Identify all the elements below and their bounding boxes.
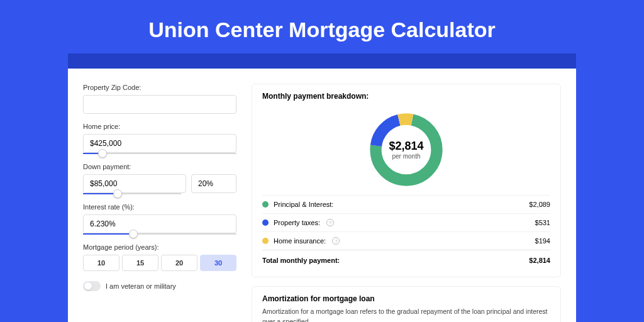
home-price-slider[interactable] — [83, 153, 236, 154]
amortization-section: Amortization for mortgage loan Amortizat… — [252, 286, 561, 322]
zip-block: Property Zip Code: — [83, 84, 236, 114]
donut-sub: per month — [392, 153, 420, 160]
amortization-text: Amortization for a mortgage loan refers … — [262, 307, 550, 322]
zip-input[interactable] — [83, 95, 236, 114]
slider-thumb[interactable] — [98, 149, 107, 158]
total-label: Total monthly payment: — [262, 257, 340, 264]
home-price-input[interactable] — [83, 134, 236, 153]
legend-value: $194 — [535, 237, 550, 245]
breakdown-title: Monthly payment breakdown: — [262, 92, 550, 101]
donut-wrap: $2,814 per month — [262, 104, 550, 195]
page-title: Union Center Mortgage Calculator — [0, 0, 644, 53]
info-icon[interactable]: ? — [326, 219, 334, 226]
down-payment-input[interactable] — [83, 174, 186, 193]
legend-label: Property taxes: — [274, 219, 320, 226]
legend-total: Total monthly payment: $2,814 — [262, 250, 550, 269]
form-panel: Property Zip Code: Home price: Down paym… — [83, 84, 236, 322]
interest-label: Interest rate (%): — [83, 203, 236, 211]
total-value: $2,814 — [529, 257, 550, 264]
period-label: Mortgage period (years): — [83, 243, 236, 251]
period-30[interactable]: 30 — [200, 255, 236, 271]
donut-chart: $2,814 per month — [366, 109, 447, 190]
veteran-row: I am veteran or military — [83, 281, 236, 291]
dot-icon — [262, 201, 269, 208]
donut-center: $2,814 per month — [366, 109, 447, 190]
interest-block: Interest rate (%): — [83, 203, 236, 235]
dot-icon — [262, 238, 269, 244]
down-payment-pct-input[interactable] — [191, 174, 236, 193]
legend-principal: Principal & Interest: $2,089 — [262, 195, 550, 213]
header-darkbar — [68, 53, 576, 69]
period-row: 10 15 20 30 — [83, 255, 236, 271]
legend-value: $531 — [535, 219, 550, 226]
right-panel: Monthly payment breakdown: $2,814 per mo… — [252, 84, 561, 322]
home-price-block: Home price: — [83, 123, 236, 154]
breakdown-section: Monthly payment breakdown: $2,814 per mo… — [252, 84, 561, 277]
period-15[interactable]: 15 — [122, 255, 158, 271]
donut-amount: $2,814 — [389, 140, 423, 153]
veteran-label: I am veteran or military — [106, 282, 176, 290]
slider-thumb[interactable] — [129, 230, 138, 238]
legend-value: $2,089 — [529, 201, 550, 208]
interest-input[interactable] — [83, 214, 236, 233]
interest-slider[interactable] — [83, 233, 236, 235]
period-10[interactable]: 10 — [83, 255, 119, 271]
zip-label: Property Zip Code: — [83, 84, 236, 91]
info-icon[interactable]: ? — [332, 237, 340, 245]
down-payment-label: Down payment: — [83, 163, 236, 170]
down-payment-slider[interactable] — [83, 193, 181, 194]
veteran-toggle[interactable] — [83, 281, 101, 291]
legend-insurance: Home insurance: ? $194 — [262, 231, 550, 250]
calculator-card: Property Zip Code: Home price: Down paym… — [68, 69, 576, 322]
home-price-label: Home price: — [83, 123, 236, 130]
period-20[interactable]: 20 — [161, 255, 197, 271]
period-block: Mortgage period (years): 10 15 20 30 — [83, 243, 236, 271]
legend-taxes: Property taxes: ? $531 — [262, 213, 550, 231]
slider-thumb[interactable] — [113, 189, 122, 198]
dot-icon — [262, 219, 269, 226]
legend-label: Home insurance: — [274, 237, 326, 245]
amortization-title: Amortization for mortgage loan — [262, 294, 550, 303]
down-payment-block: Down payment: — [83, 163, 236, 194]
legend-label: Principal & Interest: — [274, 201, 333, 208]
